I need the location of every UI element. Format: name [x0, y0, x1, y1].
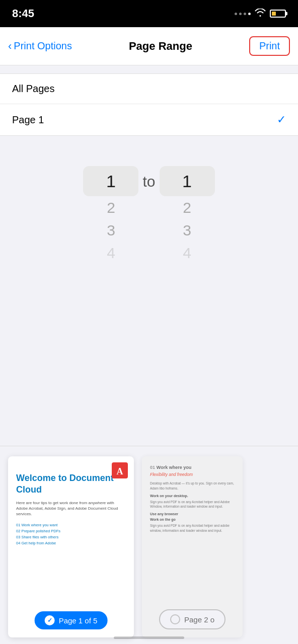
doc-card-list: 01 Work where you want 02 Prepare polish… [16, 523, 126, 547]
card2-section-sub: Flexibility and freedom [150, 472, 235, 477]
status-bar: 8:45 [0, 0, 298, 27]
doc-card-desc: Here are four tips to get work done from… [16, 500, 126, 517]
battery-icon [270, 10, 286, 18]
nav-bar: ‹ Print Options Page Range Print [0, 27, 298, 65]
start-page-4[interactable]: 4 [83, 242, 138, 264]
list-item-2: 02 Prepare polished PDFs [16, 529, 126, 533]
options-list: All Pages Page 1 ✓ [0, 73, 298, 136]
picker-separator: to [142, 166, 155, 190]
card2-body-3: Sign you avid PDF is on any Acrobat help… [150, 523, 235, 533]
wifi-icon [255, 9, 266, 19]
card2-body-2: Sign you avid PDF is on any Acrobat help… [150, 500, 235, 510]
print-button[interactable]: Print [249, 36, 290, 56]
back-button[interactable]: ‹ Print Options [8, 40, 72, 53]
end-page-4[interactable]: 4 [160, 242, 215, 264]
status-icons [235, 9, 286, 19]
all-pages-option[interactable]: All Pages [0, 74, 298, 104]
end-page-picker[interactable]: 1 2 3 4 [160, 166, 215, 264]
start-page-selected[interactable]: 1 [83, 166, 138, 196]
end-page-2[interactable]: 2 [160, 196, 215, 219]
start-page-2[interactable]: 2 [83, 196, 138, 219]
page-range-picker[interactable]: 1 2 3 4 to 1 2 3 4 [0, 156, 298, 274]
start-page-3[interactable]: 3 [83, 219, 138, 242]
home-indicator [114, 636, 184, 639]
card2-subhead-2: Use any browser [150, 512, 235, 516]
preview-card-2[interactable]: 01 Work where you Flexibility and freedo… [142, 456, 243, 637]
preview-card-1[interactable]: A Welcome to Document Cloud Here are fou… [8, 456, 134, 637]
status-time: 8:45 [12, 7, 34, 20]
page-2-label-badge[interactable]: Page 2 o [159, 609, 226, 629]
end-page-selected[interactable]: 1 [160, 166, 215, 196]
page-1-of-5-label: Page 1 of 5 [59, 616, 98, 625]
end-page-3[interactable]: 3 [160, 219, 215, 242]
list-item-1: 01 Work where you want [16, 523, 126, 527]
main-content: All Pages Page 1 ✓ 1 2 3 4 to 1 2 3 4 [0, 73, 298, 644]
svg-text:A: A [117, 466, 123, 476]
doc-card-title: Welcome to Document Cloud [16, 472, 126, 496]
start-page-picker[interactable]: 1 2 3 4 [83, 166, 138, 264]
page-2-label: Page 2 o [184, 615, 214, 624]
empty-circle-icon [170, 614, 180, 624]
signal-dots [235, 13, 251, 15]
check-circle-icon [45, 615, 55, 625]
page-1-option[interactable]: Page 1 ✓ [0, 104, 298, 135]
card2-section-number: 01 Work where you [150, 464, 235, 470]
card2-body-1: Desktop with Acrobat — it's up to you. S… [150, 481, 235, 491]
chevron-left-icon: ‹ [8, 40, 12, 53]
page-1-label-badge[interactable]: Page 1 of 5 [35, 611, 108, 629]
page-title: Page Range [129, 40, 192, 53]
card2-subhead-1: Work on your desktop. [150, 494, 235, 498]
back-label: Print Options [14, 40, 72, 52]
all-pages-label: All Pages [12, 83, 55, 95]
card2-section-title: Work where you [157, 465, 191, 470]
preview-section: A Welcome to Document Cloud Here are fou… [0, 446, 298, 644]
adobe-logo: A [112, 462, 128, 478]
checkmark-icon: ✓ [277, 113, 286, 126]
list-item-4: 04 Get help from Adobe [16, 541, 126, 545]
card2-subhead-3: Work on the go [150, 518, 235, 521]
page-1-label: Page 1 [12, 114, 44, 126]
list-item-3: 03 Share files with others [16, 535, 126, 539]
